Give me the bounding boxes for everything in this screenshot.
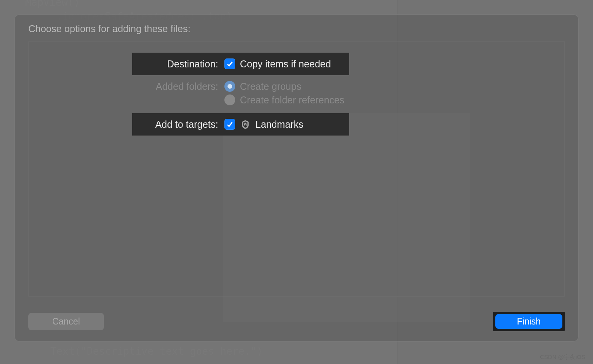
- dialog-button-bar: Cancel Finish: [28, 312, 565, 331]
- code-line: MapView(): [25, 0, 80, 9]
- target-landmarks-checkbox[interactable]: [224, 119, 235, 130]
- checkmark-icon: [226, 120, 234, 128]
- destination-label: Destination:: [132, 58, 222, 70]
- added-folders-row-2: Create folder references: [132, 91, 349, 109]
- copy-items-label: Copy items if needed: [240, 58, 331, 70]
- create-folder-references-radio[interactable]: [224, 94, 235, 105]
- add-files-dialog: Choose options for adding these files: D…: [14, 14, 579, 342]
- create-folder-references-label: Create folder references: [240, 94, 345, 106]
- code-line: Text("Descriptive text goes here."): [50, 344, 263, 358]
- cancel-button[interactable]: Cancel: [28, 313, 104, 330]
- finish-button[interactable]: Finish: [495, 314, 562, 329]
- app-target-icon: [240, 119, 251, 130]
- finish-button-highlight: Finish: [493, 312, 565, 331]
- options-panel: Destination: Copy items if needed Added …: [28, 41, 565, 297]
- dialog-title: Choose options for adding these files:: [28, 23, 565, 34]
- watermark-text: CSDN @宇夜iOS: [540, 354, 585, 361]
- checkmark-icon: [226, 60, 234, 68]
- destination-row: Destination: Copy items if needed: [132, 53, 349, 75]
- target-landmarks-label: Landmarks: [255, 119, 303, 130]
- add-to-targets-label: Add to targets:: [132, 119, 222, 130]
- add-to-targets-row: Add to targets: Landmarks: [132, 113, 349, 136]
- copy-items-checkbox[interactable]: [224, 58, 235, 69]
- create-groups-radio[interactable]: [224, 81, 235, 92]
- targets-list-well: [223, 113, 470, 322]
